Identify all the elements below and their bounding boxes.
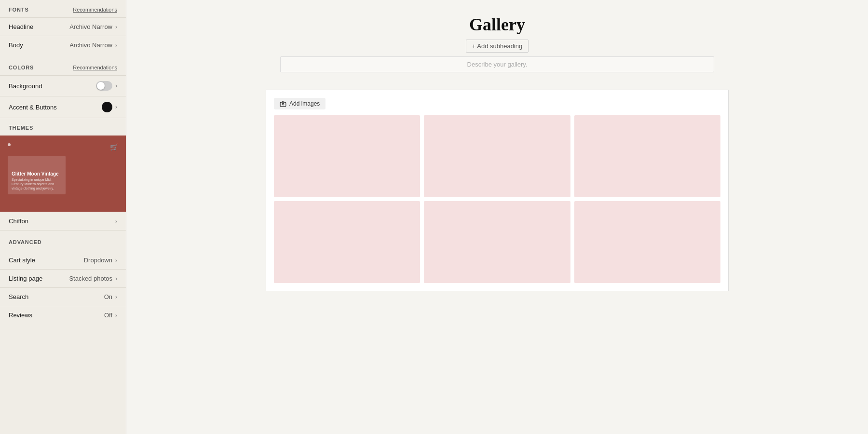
- gallery-cell-4[interactable]: [274, 201, 420, 283]
- search-row[interactable]: Search On ›: [0, 287, 126, 306]
- background-chevron-icon: ›: [115, 82, 117, 89]
- add-subheading-button[interactable]: + Add subheading: [466, 40, 529, 53]
- svg-point-1: [282, 103, 284, 105]
- cart-style-label: Cart style: [9, 257, 35, 264]
- background-toggle[interactable]: [96, 81, 112, 91]
- gallery-cell-5[interactable]: [424, 201, 570, 283]
- svg-rect-0: [280, 102, 286, 107]
- gallery-cell-2[interactable]: [424, 115, 570, 197]
- listing-page-value: Stacked photos ›: [69, 275, 117, 282]
- listing-page-label: Listing page: [9, 275, 42, 282]
- advanced-section-header: ADVANCED: [0, 230, 126, 251]
- listing-page-row[interactable]: Listing page Stacked photos ›: [0, 269, 126, 287]
- background-label: Background: [9, 82, 42, 90]
- headline-row[interactable]: Headline Archivo Narrow ›: [0, 17, 126, 36]
- fonts-label: FONTS: [9, 7, 29, 13]
- reviews-chevron-icon: ›: [115, 312, 117, 319]
- background-controls: ›: [96, 81, 117, 91]
- fonts-section-header: FONTS Recommendations: [0, 0, 126, 17]
- headline-chevron-icon: ›: [115, 24, 117, 30]
- themes-nav-dot: [8, 143, 11, 146]
- themes-section-header: THEMES: [0, 118, 126, 136]
- gallery-cell-3[interactable]: [574, 115, 720, 197]
- accent-controls: ›: [102, 102, 117, 112]
- colors-section-header: COLORS Recommendations: [0, 58, 126, 75]
- colors-recommendations-link[interactable]: Recommendations: [73, 65, 117, 70]
- accent-buttons-row[interactable]: Accent & Buttons ›: [0, 96, 126, 118]
- colors-label: COLORS: [9, 65, 34, 70]
- search-label: Search: [9, 293, 28, 300]
- chiffon-chevron-icon: ›: [115, 218, 117, 225]
- accent-buttons-label: Accent & Buttons: [9, 104, 57, 111]
- gallery-grid: [274, 115, 720, 283]
- themes-store-name: Glitter Moon Vintage: [12, 171, 62, 176]
- themes-label: THEMES: [9, 125, 33, 131]
- themes-store-subtitle: Specializing in unique Mid-Century Moder…: [12, 177, 62, 190]
- toggle-knob: [97, 82, 105, 90]
- search-value: On ›: [104, 293, 117, 300]
- themes-section: THEMES 🛒 Glitter Moon Vintage Specializi…: [0, 118, 126, 230]
- camera-icon: [280, 100, 286, 107]
- gallery-container: Add images: [266, 90, 729, 291]
- accent-chevron-icon: ›: [115, 104, 117, 110]
- themes-top-bar: 🛒: [8, 143, 118, 151]
- headline-value: Archivo Narrow ›: [69, 23, 117, 30]
- cart-icon: 🛒: [110, 143, 118, 151]
- gallery-header: Gallery + Add subheading Describe your g…: [280, 14, 714, 72]
- gallery-cell-1[interactable]: [274, 115, 420, 197]
- body-row[interactable]: Body Archivo Narrow ›: [0, 36, 126, 54]
- add-images-button[interactable]: Add images: [274, 98, 326, 109]
- reviews-row[interactable]: Reviews Off ›: [0, 306, 126, 324]
- listing-page-chevron-icon: ›: [115, 275, 117, 282]
- reviews-label: Reviews: [9, 312, 32, 319]
- chiffon-label: Chiffon: [9, 217, 28, 225]
- body-chevron-icon: ›: [115, 42, 117, 49]
- main-content: Gallery + Add subheading Describe your g…: [126, 0, 868, 434]
- cart-style-row[interactable]: Cart style Dropdown ›: [0, 251, 126, 269]
- cart-style-chevron-icon: ›: [115, 257, 117, 264]
- sidebar: FONTS Recommendations Headline Archivo N…: [0, 0, 126, 434]
- fonts-recommendations-link[interactable]: Recommendations: [73, 7, 117, 13]
- background-row[interactable]: Background ›: [0, 75, 126, 96]
- themes-preview[interactable]: 🛒 Glitter Moon Vintage Specializing in u…: [0, 136, 126, 212]
- gallery-description[interactable]: Describe your gallery.: [280, 56, 714, 72]
- headline-label: Headline: [9, 23, 33, 30]
- accent-color-swatch[interactable]: [102, 102, 112, 112]
- chiffon-row[interactable]: Chiffon ›: [0, 212, 126, 230]
- body-label: Body: [9, 41, 23, 49]
- reviews-value: Off ›: [104, 312, 117, 319]
- search-chevron-icon: ›: [115, 294, 117, 300]
- advanced-label: ADVANCED: [9, 239, 42, 245]
- gallery-title: Gallery: [280, 14, 714, 35]
- body-value: Archivo Narrow ›: [69, 41, 117, 49]
- gallery-cell-6[interactable]: [574, 201, 720, 283]
- themes-card: Glitter Moon Vintage Specializing in uni…: [8, 156, 66, 194]
- cart-style-value: Dropdown ›: [84, 257, 117, 264]
